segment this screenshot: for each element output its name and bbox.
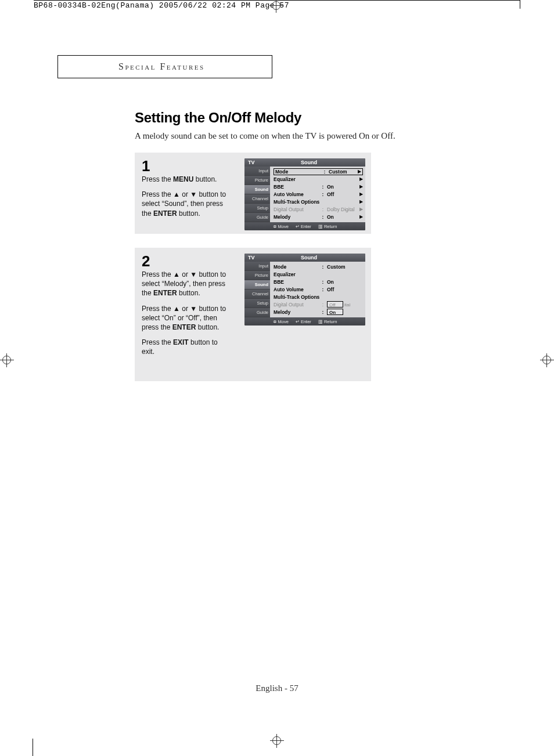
osd-tab-setup: Setup: [244, 204, 270, 213]
registration-mark-right: [540, 353, 554, 367]
page-footer: English - 57: [0, 683, 554, 693]
osd2-row-equalizer: Equalizer: [274, 270, 363, 278]
osd2-header-left: TV: [244, 255, 270, 261]
osd1-row-mode: Mode:Custom▶: [274, 168, 363, 175]
osd-tab-input: Input: [244, 262, 270, 271]
osd-tab-channel: Channel: [244, 194, 270, 204]
osd-screenshot-2: TV Sound InputPictureSoundChannelSetupGu…: [244, 254, 365, 325]
osd-tab-sound: Sound: [244, 185, 270, 194]
step-1-text: Press the MENU button. Press the ▲ or ▼ …: [142, 175, 229, 218]
step-2-para-2: Press the ▲ or ▼ button to select “On” o…: [142, 304, 229, 332]
osd1-row-auto-volume: Auto Volume:Off▶: [274, 190, 363, 198]
osd1-row-digital-output: Digital Output:Dolby Digital▶: [274, 205, 363, 213]
osd-tab-picture: Picture: [244, 271, 270, 280]
osd2-row-melody: Melody:On: [274, 308, 363, 316]
osd1-row-multi-track-options: Multi-Track Options▶: [274, 198, 363, 205]
step-1-box: 1 Press the MENU button. Press the ▲ or …: [135, 153, 371, 234]
osd1-header: TV Sound: [244, 158, 365, 167]
osd2-list: Mode:CustomEqualizerBBE:OnAuto Volume:Of…: [270, 262, 365, 317]
osd2-header-center: Sound: [270, 255, 348, 261]
osd2-footer-move: ≑Move: [273, 319, 289, 324]
step-2-para-3: Press the EXIT button to exit.: [142, 338, 229, 356]
osd-tab-setup: Setup: [244, 299, 270, 308]
osd1-footer-enter: ↵Enter: [296, 224, 311, 229]
registration-mark-left: [0, 353, 14, 367]
osd2-row-mode: Mode:Custom: [274, 263, 363, 270]
step-2-para-1: Press the ▲ or ▼ button to select “Melod…: [142, 270, 229, 298]
osd-tab-channel: Channel: [244, 290, 270, 299]
osd2-footer: ≑Move ↵Enter ▥Return: [244, 317, 365, 325]
osd-tab-picture: Picture: [244, 176, 270, 185]
osd1-row-equalizer: Equalizer▶: [274, 175, 363, 183]
osd-tab-guide: Guide: [244, 213, 270, 222]
osd2-header: TV Sound: [244, 254, 365, 262]
osd2-footer-return: ▥Return: [318, 319, 337, 324]
print-slug: BP68-00334B-02Eng(Panama) 2005/06/22 02:…: [34, 1, 289, 10]
osd2-sidebar: InputPictureSoundChannelSetupGuide: [244, 262, 270, 317]
page-intro: A melody sound can be set to come on whe…: [135, 131, 395, 141]
osd1-list: Mode:Custom▶Equalizer▶BBE:On▶Auto Volume…: [270, 167, 365, 222]
osd-tab-input: Input: [244, 167, 270, 176]
osd1-row-melody: Melody:On▶: [274, 213, 363, 220]
osd1-footer: ≑Move ↵Enter ▥Return: [244, 222, 365, 230]
osd1-header-left: TV: [244, 160, 270, 165]
osd2-row-digital-output: Digital Output:Offital: [274, 301, 363, 308]
step-2-box: 2 Press the ▲ or ▼ button to select “Mel…: [135, 248, 371, 381]
step-1-para-2: Press the ▲ or ▼ button to select “Sound…: [142, 190, 229, 218]
osd-tab-sound: Sound: [244, 280, 270, 290]
osd1-footer-move: ≑Move: [273, 224, 289, 229]
osd2-row-multi-track-options: Multi-Track Options: [274, 293, 363, 301]
step-2-text: Press the ▲ or ▼ button to select “Melod…: [142, 270, 229, 357]
step-1-para-1: Press the MENU button.: [142, 175, 229, 184]
osd-tab-guide: Guide: [244, 308, 270, 317]
section-header-box: Special Features: [57, 55, 272, 78]
osd1-footer-return: ▥Return: [318, 224, 337, 229]
print-header: BP68-00334B-02Eng(Panama) 2005/06/22 02:…: [34, 0, 520, 8]
osd2-row-auto-volume: Auto Volume:Off: [274, 285, 363, 293]
section-header-label: Special Features: [118, 62, 205, 72]
osd1-header-center: Sound: [270, 160, 348, 165]
osd1-sidebar: InputPictureSoundChannelSetupGuide: [244, 167, 270, 222]
osd-screenshot-1: TV Sound InputPictureSoundChannelSetupGu…: [244, 158, 365, 230]
osd1-row-bbe: BBE:On▶: [274, 183, 363, 190]
page-title: Setting the On/Off Melody: [135, 110, 301, 126]
registration-mark-bottom: [270, 734, 284, 748]
osd2-footer-enter: ↵Enter: [296, 319, 311, 324]
registration-mark-top: [269, 0, 283, 13]
osd2-row-bbe: BBE:On: [274, 278, 363, 285]
